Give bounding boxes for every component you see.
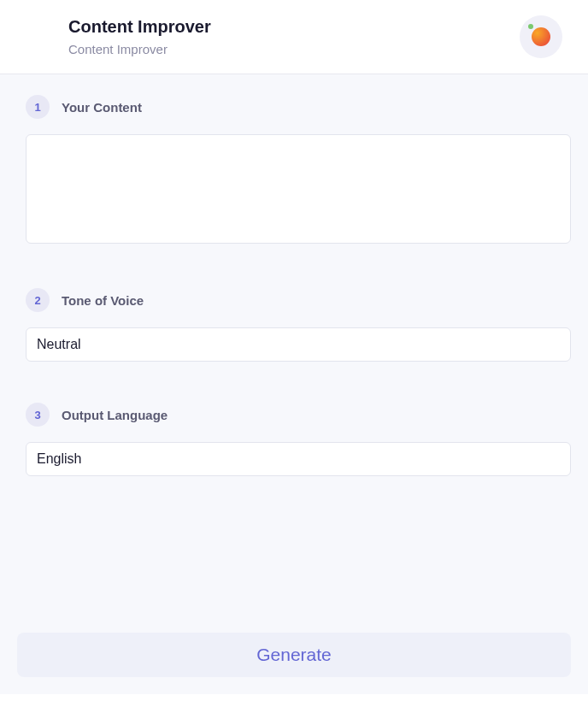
step-number-3: 3	[26, 403, 50, 427]
step-label-your-content: Your Content	[62, 100, 142, 115]
avatar[interactable]	[520, 15, 562, 58]
section-tone-of-voice: 2 Tone of Voice	[17, 288, 571, 362]
page-subtitle: Content Improver	[68, 42, 211, 56]
step-number-2: 2	[26, 288, 50, 312]
section-header: 2 Tone of Voice	[17, 288, 571, 312]
avatar-icon	[532, 27, 550, 46]
header-left: Content Improver Content Improver	[68, 17, 211, 56]
form-sections: 1 Your Content 2 Tone of Voice 3 Output …	[17, 95, 571, 633]
your-content-input[interactable]	[26, 134, 571, 244]
header: Content Improver Content Improver	[0, 0, 588, 74]
section-output-language: 3 Output Language	[17, 403, 571, 476]
tone-of-voice-input[interactable]	[26, 327, 571, 362]
step-label-output-language: Output Language	[62, 408, 168, 422]
content-area: 1 Your Content 2 Tone of Voice 3 Output …	[0, 74, 588, 694]
output-language-input[interactable]	[26, 442, 571, 476]
section-header: 1 Your Content	[17, 95, 571, 119]
page-title: Content Improver	[68, 17, 211, 37]
generate-button[interactable]: Generate	[17, 633, 571, 677]
section-your-content: 1 Your Content	[17, 95, 571, 247]
section-header: 3 Output Language	[17, 403, 571, 427]
step-number-1: 1	[26, 95, 50, 119]
step-label-tone-of-voice: Tone of Voice	[62, 293, 144, 308]
